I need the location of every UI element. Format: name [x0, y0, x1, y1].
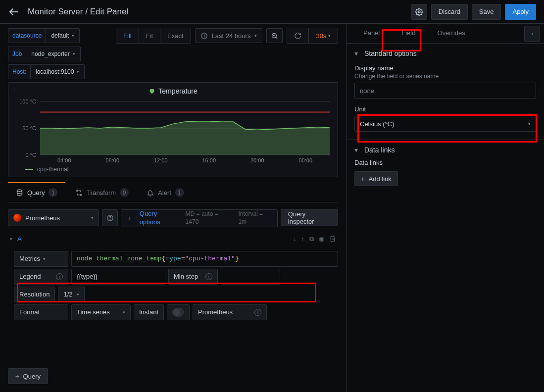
svg-text:00:00: 00:00 — [298, 157, 312, 163]
svg-text:04:00: 04:00 — [57, 157, 71, 163]
instant-label: Instant — [134, 304, 164, 320]
datasource-help-button[interactable] — [102, 209, 118, 226]
zoom-out-icon — [271, 32, 278, 40]
var-label-host: Host: — [8, 64, 30, 79]
add-query-button[interactable]: + Query — [8, 368, 48, 384]
display-name-sub: Change the field or series name — [354, 73, 536, 80]
zoom-out-button[interactable] — [266, 28, 283, 43]
query-options[interactable]: › Query options MD = auto = 1470 Interva… — [121, 209, 277, 227]
chevron-down-icon: ▾ — [354, 49, 360, 57]
plus-icon: + — [15, 373, 19, 380]
display-name-label: Display name — [354, 64, 536, 72]
metrics-input[interactable]: node_thermal_zone_temp{type="cpu-thermal… — [71, 251, 338, 267]
chevron-down-icon: ▾ — [10, 237, 12, 242]
tab-query[interactable]: Query 1 — [8, 182, 65, 202]
discard-button[interactable]: Discard — [431, 4, 468, 20]
resolution-label: Resolution — [14, 287, 55, 302]
chevron-right-icon: › — [128, 214, 130, 222]
duplicate-button[interactable]: ⧉ — [309, 235, 314, 243]
svg-text:08:00: 08:00 — [105, 157, 119, 163]
svg-rect-20 — [76, 190, 78, 191]
transform-icon — [75, 189, 83, 196]
right-caret-button[interactable]: › — [524, 26, 540, 42]
svg-rect-21 — [81, 194, 82, 196]
var-datasource[interactable]: datasource default▾ — [8, 28, 80, 43]
section-toggle-standard-options[interactable]: ▾ Standard options — [354, 49, 536, 57]
data-links-sub: Data links — [354, 159, 536, 166]
prometheus-icon — [13, 214, 21, 222]
chevron-down-icon: ▾ — [72, 33, 74, 38]
toggle-visibility-button[interactable]: ◉ — [319, 235, 324, 243]
legend-swatch — [25, 169, 33, 170]
refresh-interval-picker[interactable]: 30s ▾ — [308, 28, 338, 43]
var-label-datasource: datasource — [8, 28, 46, 43]
chevron-right-icon: › — [531, 30, 533, 37]
resolution-select[interactable]: 1/2▾ — [58, 287, 85, 302]
instant-toggle[interactable] — [167, 304, 190, 320]
right-tab-panel[interactable]: Panel — [352, 24, 391, 43]
database-icon — [16, 189, 23, 196]
gear-icon — [415, 8, 423, 16]
unit-select[interactable]: Celsius (°C) ▾ — [354, 116, 536, 132]
back-button[interactable] — [8, 6, 20, 18]
move-up-button[interactable]: ↑ — [301, 235, 305, 243]
minstep-input[interactable] — [221, 269, 280, 285]
metrics-label[interactable]: Metrics▾ — [14, 251, 68, 267]
svg-line-4 — [276, 37, 277, 39]
query-row-header[interactable]: ▾ A ↓ ↑ ⧉ ◉ — [8, 232, 338, 246]
svg-text:0 °C: 0 °C — [25, 152, 36, 158]
question-icon — [106, 214, 114, 222]
prometheus-label: Prometheusi — [193, 304, 267, 320]
svg-point-23 — [110, 219, 110, 220]
datasource-picker[interactable]: Prometheus ▾ — [8, 209, 99, 226]
info-icon[interactable]: i — [13, 86, 15, 91]
format-label: Format — [14, 304, 68, 320]
refresh-group[interactable]: 30s ▾ — [287, 28, 338, 44]
delete-query-button[interactable] — [329, 235, 336, 243]
tab-alert[interactable]: Alert 1 — [139, 182, 192, 202]
svg-text:20:00: 20:00 — [250, 157, 264, 163]
svg-point-19 — [17, 190, 22, 192]
info-icon[interactable]: i — [254, 309, 261, 316]
right-tab-field[interactable]: Field — [391, 24, 426, 43]
chart-panel: i Temperature 0 °C50 °C100 °C04:0008:001… — [8, 82, 338, 177]
chart[interactable]: 0 °C50 °C100 °C04:0008:0012:0016:0020:00… — [12, 99, 334, 164]
section-toggle-data-links[interactable]: ▾ Data links — [354, 146, 536, 154]
bell-icon — [147, 189, 154, 196]
viewmode-group[interactable]: Fill Fit Exact — [116, 28, 191, 44]
viewmode-fill[interactable]: Fill — [116, 28, 139, 43]
svg-text:16:00: 16:00 — [202, 157, 216, 163]
info-icon[interactable]: i — [205, 273, 212, 280]
legend-input[interactable]: {{type}} — [71, 269, 165, 285]
minstep-label: Min stepi — [168, 269, 218, 285]
clock-icon — [200, 32, 208, 40]
chart-legend[interactable]: cpu-thermal — [12, 164, 334, 173]
add-link-button[interactable]: + Add link — [354, 171, 398, 186]
refresh-button[interactable] — [287, 28, 308, 43]
chevron-down-icon: ▾ — [354, 146, 360, 154]
var-host[interactable]: Host: localhost:9100▾ — [8, 64, 85, 79]
section-data-links: ▾ Data links Data links + Add link — [346, 140, 544, 194]
viewmode-exact[interactable]: Exact — [160, 28, 191, 43]
chart-title[interactable]: Temperature — [148, 87, 198, 95]
refresh-icon — [294, 32, 301, 40]
var-job[interactable]: Job node_exporter▾ — [8, 47, 81, 61]
time-range-picker[interactable]: Last 24 hours ▾ — [195, 28, 263, 43]
section-standard-options: ▾ Standard options Display name Change t… — [346, 44, 544, 140]
viewmode-fit[interactable]: Fit — [139, 28, 160, 43]
panel-settings-button[interactable] — [411, 4, 427, 20]
tab-transform[interactable]: Transform 0 — [67, 182, 137, 202]
chevron-down-icon: ▾ — [528, 121, 531, 126]
move-down-button[interactable]: ↓ — [293, 235, 297, 243]
plus-icon: + — [361, 175, 365, 183]
query-inspector-button[interactable]: Query inspector — [281, 209, 338, 226]
right-tab-overrides[interactable]: Overrides — [426, 24, 476, 43]
display-name-input[interactable]: none — [354, 83, 536, 98]
apply-button[interactable]: Apply — [505, 4, 536, 20]
svg-point-1 — [418, 11, 420, 13]
save-button[interactable]: Save — [472, 4, 501, 20]
page-title: Monitor Server / Edit Panel — [28, 7, 411, 17]
legend-label: Legendi — [14, 269, 68, 285]
format-select[interactable]: Time series▾ — [71, 304, 131, 320]
info-icon[interactable]: i — [56, 273, 63, 280]
